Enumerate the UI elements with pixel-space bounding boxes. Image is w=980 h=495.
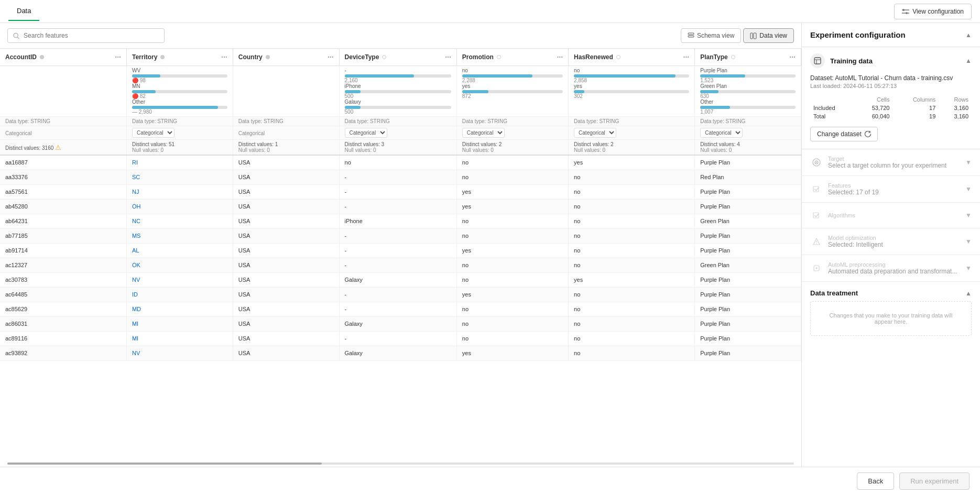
col-more[interactable]: ··· bbox=[683, 53, 690, 61]
table-cell: aa33376 bbox=[0, 170, 126, 184]
table-cell: USA bbox=[233, 199, 339, 214]
tab-data[interactable]: Data bbox=[8, 2, 39, 21]
table-cell: Purple Plan bbox=[695, 155, 801, 170]
target-value: Select a target column for your experime… bbox=[828, 162, 946, 169]
table-cell: no bbox=[569, 243, 695, 258]
table-cell: ac85629 bbox=[0, 302, 126, 316]
col-dot bbox=[731, 55, 735, 59]
table-cell: Purple Plan bbox=[695, 228, 801, 243]
table-cell: - bbox=[339, 228, 456, 243]
col-more[interactable]: ··· bbox=[221, 53, 227, 61]
bar-value: 2,288 bbox=[462, 78, 563, 83]
null-value: Null values: 0 bbox=[238, 147, 270, 153]
null-value: Null values: 0 bbox=[132, 147, 164, 153]
category-select[interactable]: Categorical bbox=[345, 128, 387, 138]
search-box[interactable] bbox=[7, 28, 165, 43]
table-cell: Purple Plan bbox=[695, 199, 801, 214]
experiment-title: Experiment configuration bbox=[810, 30, 906, 39]
svg-point-6 bbox=[14, 33, 18, 37]
distinct-value: Distinct values: 3 bbox=[345, 141, 385, 147]
change-dataset-button[interactable]: Change dataset bbox=[810, 127, 878, 141]
table-cell: yes bbox=[456, 243, 568, 258]
features-label: Features bbox=[828, 182, 879, 189]
col-more[interactable]: ··· bbox=[328, 53, 334, 61]
table-cell: RI bbox=[126, 155, 233, 170]
chevron-down-icon[interactable]: ▼ bbox=[965, 212, 972, 219]
category-select[interactable]: Categorical bbox=[700, 128, 743, 138]
chevron-down-icon[interactable]: ▼ bbox=[965, 238, 972, 245]
warning-icon: ⚠ bbox=[55, 144, 61, 151]
table-row: aa16887RIUSAnonoyesPurple Plan bbox=[0, 155, 801, 170]
table-row: ac89116MIUSA-nonoPurple Plan bbox=[0, 331, 801, 346]
chevron-up-icon[interactable]: ▲ bbox=[965, 290, 972, 297]
table-cell: - bbox=[339, 258, 456, 272]
table-cell: no bbox=[569, 346, 695, 360]
table-cell: AL bbox=[126, 243, 233, 258]
data-treatment-section: Data treatment ▲ Changes that you make t… bbox=[802, 282, 980, 343]
col-more[interactable]: ··· bbox=[789, 53, 796, 61]
table-cell: no bbox=[456, 316, 568, 331]
chevron-down-icon[interactable]: ▼ bbox=[965, 185, 972, 193]
table-cell: Green Plan bbox=[695, 214, 801, 228]
target-label: Target bbox=[828, 156, 946, 162]
automl-label: AutoML preprocessing bbox=[828, 261, 957, 268]
table-cell: MD bbox=[126, 302, 233, 316]
bar-label: Other bbox=[132, 99, 227, 105]
run-experiment-button[interactable]: Run experiment bbox=[899, 472, 970, 490]
data-table-wrapper: AccountID ··· Territory ··· bbox=[0, 49, 801, 458]
table-cell: ac64485 bbox=[0, 287, 126, 302]
table-cell: Purple Plan bbox=[695, 184, 801, 199]
view-config-button[interactable]: View configuration bbox=[894, 4, 972, 19]
features-section[interactable]: Features Selected: 17 of 19 ▼ bbox=[802, 176, 980, 203]
bar-label: Purple Plan bbox=[700, 68, 796, 73]
model-optimization-section[interactable]: Model optimization Selected: Intelligent… bbox=[802, 228, 980, 255]
table-cell: no bbox=[569, 199, 695, 214]
table-cell: no bbox=[569, 214, 695, 228]
bar-value: 2,858 bbox=[574, 78, 689, 83]
table-row: ac12327OKUSA-nonoGreen Plan bbox=[0, 258, 801, 272]
svg-rect-9 bbox=[688, 36, 694, 37]
chevron-up-icon[interactable]: ▲ bbox=[965, 57, 972, 64]
stats-label: Included bbox=[810, 104, 855, 112]
category-select[interactable]: Categorical bbox=[462, 128, 505, 138]
table-cell: Purple Plan bbox=[695, 243, 801, 258]
category-select[interactable]: Categorical bbox=[574, 128, 616, 138]
experiment-config-header: Experiment configuration ▲ bbox=[802, 23, 980, 47]
stats-row: Total 60,040 19 3,160 bbox=[810, 112, 972, 120]
bottom-bar: Back Run experiment bbox=[0, 467, 980, 495]
table-cell: USA bbox=[233, 287, 339, 302]
bar-value: 1,523 bbox=[700, 78, 796, 83]
col-header-hasrenewed: HasRenewed ··· bbox=[569, 49, 695, 66]
col-header-accountid: AccountID ··· bbox=[0, 49, 126, 66]
col-more[interactable]: ··· bbox=[445, 53, 451, 61]
model-opt-icon bbox=[810, 235, 823, 248]
target-section[interactable]: Target Select a target column for your e… bbox=[802, 149, 980, 176]
category-select[interactable]: Categorical bbox=[132, 128, 175, 138]
distinct-value: Distinct values: 1 bbox=[238, 141, 278, 147]
bar-value: 1,007 bbox=[700, 109, 796, 115]
svg-rect-10 bbox=[750, 33, 753, 39]
data-view-button[interactable]: Data view bbox=[743, 28, 794, 43]
category-row: Categorical Categorical Categorical Cate… bbox=[0, 126, 801, 140]
chevron-down-icon[interactable]: ▼ bbox=[965, 159, 972, 166]
back-button[interactable]: Back bbox=[857, 472, 894, 490]
col-more[interactable]: ··· bbox=[115, 53, 121, 61]
chevron-up-icon[interactable]: ▲ bbox=[965, 31, 972, 39]
bar-value: — 2,980 bbox=[132, 109, 227, 115]
col-more[interactable]: ··· bbox=[557, 53, 563, 61]
table-row: ac64485IDUSA-yesnoPurple Plan bbox=[0, 287, 801, 302]
algorithms-section[interactable]: Algorithms ▼ bbox=[802, 203, 980, 228]
training-data-header[interactable]: Training data ▲ bbox=[802, 47, 980, 74]
chevron-down-icon[interactable]: ▼ bbox=[965, 265, 972, 272]
stats-rows: 3,160 bbox=[939, 112, 972, 120]
automl-icon bbox=[810, 262, 823, 274]
schema-view-button[interactable]: Schema view bbox=[681, 28, 741, 43]
table-row: ab91714ALUSA-yesnoPurple Plan bbox=[0, 243, 801, 258]
table-cell: yes bbox=[456, 184, 568, 199]
table-cell: yes bbox=[569, 272, 695, 287]
table-cell: USA bbox=[233, 214, 339, 228]
automl-preprocessing-section[interactable]: AutoML preprocessing Automated data prep… bbox=[802, 255, 980, 282]
svg-line-7 bbox=[17, 37, 19, 38]
scroll-indicator bbox=[0, 458, 801, 467]
search-input[interactable] bbox=[24, 32, 159, 39]
